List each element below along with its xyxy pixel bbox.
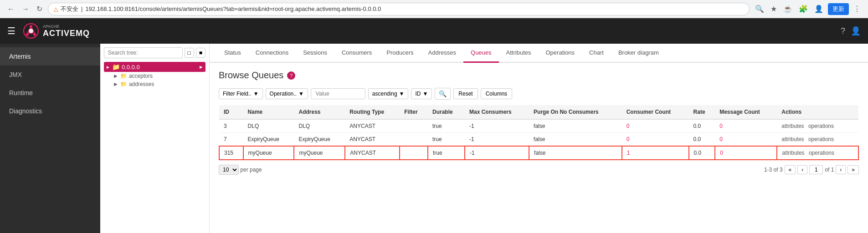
hamburger-icon[interactable]: ☰	[7, 25, 15, 36]
tree-child-arrow-icon: ►	[113, 73, 118, 79]
cell-address-2[interactable]: myQueue	[294, 146, 345, 160]
tab-operations[interactable]: Operations	[539, 44, 582, 63]
table-row: 3 DLQ DLQ ANYCAST true -1 false 0 0.0 0 …	[219, 119, 858, 133]
bookmark-btn[interactable]: ★	[769, 3, 779, 15]
cell-routing-type-1: ANYCAST	[345, 133, 400, 147]
per-page-select[interactable]: 10 25 50	[219, 165, 239, 175]
cell-consumer-count-2: 1	[622, 146, 689, 160]
filter-value-input[interactable]	[311, 88, 365, 99]
cell-address-0[interactable]: DLQ	[294, 119, 345, 133]
tab-attributes[interactable]: Attributes	[499, 44, 539, 63]
filter-field-label: Filter Field..	[223, 91, 252, 97]
tab-chart[interactable]: Chart	[582, 44, 611, 63]
tree-collapse-btn[interactable]: ■	[196, 48, 205, 58]
security-icon: △	[54, 6, 58, 12]
attributes-action-1[interactable]: attributes	[781, 136, 804, 142]
columns-btn[interactable]: Columns	[481, 88, 512, 99]
prev-page-btn[interactable]: ‹	[797, 165, 807, 174]
filter-field-dropdown[interactable]: Filter Field.. ▼	[219, 88, 263, 99]
tab-producers[interactable]: Producers	[379, 44, 421, 63]
cell-address-1[interactable]: ExpiryQueue	[294, 133, 345, 147]
reset-btn[interactable]: Reset	[453, 88, 478, 99]
tabs-bar: Status Connections Sessions Consumers Pr…	[210, 44, 868, 63]
svg-point-3	[26, 33, 29, 36]
user-avatar[interactable]: 👤	[851, 26, 861, 36]
id-label: ID	[415, 91, 421, 97]
col-header-address: Address	[294, 105, 345, 119]
tree-child-acceptors[interactable]: ► 📁 acceptors	[111, 72, 205, 80]
col-header-durable: Durable	[428, 105, 465, 119]
tree-root-node[interactable]: ► 📁 0.0.0.0 ►	[104, 62, 205, 72]
forward-btn[interactable]: →	[20, 3, 31, 15]
tree-child-addresses[interactable]: ► 📁 addresses	[111, 80, 205, 88]
address-bar[interactable]: △ 不安全 | 192.168.1.100:8161/console/artem…	[48, 3, 750, 15]
cell-consumer-count-0: 0	[622, 119, 689, 133]
content-area: Artemis JMX Runtime Diagnostics □ ■ ► 📁 …	[0, 44, 868, 233]
tab-consumers[interactable]: Consumers	[334, 44, 379, 63]
col-header-purge-on-no-consumers: Purge On No Consumers	[529, 105, 622, 119]
tab-sessions[interactable]: Sessions	[296, 44, 334, 63]
filter-operation-chevron-icon: ▼	[298, 91, 304, 97]
page-number-input[interactable]	[809, 165, 823, 174]
cell-name-2[interactable]: myQueue	[243, 146, 294, 160]
col-header-max-consumers: Max Consumers	[465, 105, 529, 119]
tab-connections[interactable]: Connections	[248, 44, 296, 63]
update-btn[interactable]: 更新	[828, 3, 849, 15]
of-pages-label: of 1	[825, 167, 834, 173]
filter-operation-label: Operation..	[270, 91, 297, 97]
folder-child-icon: 📁	[120, 73, 127, 79]
search-btn[interactable]: 🔍	[435, 88, 451, 100]
sort-order-dropdown[interactable]: ascending ▼	[368, 88, 409, 99]
filter-bar: Filter Field.. ▼ Operation.. ▼ ascending…	[219, 88, 859, 100]
filter-operation-dropdown[interactable]: Operation.. ▼	[266, 88, 308, 99]
help-icon[interactable]: ?	[841, 26, 845, 36]
main-content: Status Connections Sessions Consumers Pr…	[210, 44, 868, 233]
cell-rate-0: 0.0	[689, 119, 715, 133]
profile-btn[interactable]: 👤	[812, 3, 825, 15]
tree-search-input[interactable]	[104, 47, 183, 58]
cell-name-0[interactable]: DLQ	[243, 119, 294, 133]
col-header-id: ID	[219, 105, 243, 119]
table-row: 7 ExpiryQueue ExpiryQueue ANYCAST true -…	[219, 133, 858, 147]
apache-label: APACHE	[43, 24, 90, 29]
search-browser-btn[interactable]: 🔍	[753, 3, 766, 15]
last-page-btn[interactable]: »	[847, 165, 859, 174]
first-page-btn[interactable]: «	[785, 165, 796, 174]
tab-status[interactable]: Status	[217, 44, 248, 63]
pagination-controls: 1-3 of 3 « ‹ of 1 › »	[764, 165, 859, 174]
tree-children: ► 📁 acceptors ► 📁 addresses	[104, 72, 205, 88]
operations-action-0[interactable]: operations	[808, 123, 834, 129]
tree-child-arrow2-icon: ►	[113, 81, 118, 87]
tab-addresses[interactable]: Addresses	[421, 44, 463, 63]
reload-btn[interactable]: ↻	[35, 3, 44, 15]
folder-child2-icon: 📁	[120, 81, 127, 87]
back-btn[interactable]: ←	[5, 3, 16, 15]
puzzle-btn[interactable]: 🧩	[797, 3, 810, 15]
help-circle-icon[interactable]: ?	[287, 71, 295, 80]
extension-btn[interactable]: ☕	[781, 3, 794, 15]
app-container: ☰ APACHE ACTIVEMQ ? 👤 Artemis JMX	[0, 18, 868, 233]
sidebar-item-diagnostics[interactable]: Diagnostics	[0, 102, 100, 120]
tab-queues[interactable]: Queues	[463, 44, 499, 63]
attributes-action-0[interactable]: attributes	[781, 123, 804, 129]
cell-max-consumers-2: -1	[465, 146, 529, 160]
tab-broker-diagram[interactable]: Broker diagram	[611, 44, 666, 63]
attributes-action-2[interactable]: attributes	[782, 150, 804, 156]
menu-btn[interactable]: ⋮	[852, 3, 863, 15]
next-page-btn[interactable]: ›	[836, 165, 846, 174]
svg-point-5	[30, 25, 32, 28]
id-dropdown[interactable]: ID ▼	[411, 88, 432, 99]
col-header-name: Name	[243, 105, 294, 119]
tree-root-label: 0.0.0.0	[122, 64, 140, 71]
sidebar-item-artemis[interactable]: Artemis	[0, 47, 100, 66]
operations-action-2[interactable]: operations	[809, 150, 834, 156]
tree-child-addresses-label: addresses	[129, 81, 154, 87]
cell-name-1[interactable]: ExpiryQueue	[243, 133, 294, 147]
security-label: 不安全	[61, 5, 78, 13]
svg-point-4	[33, 33, 36, 36]
cell-purge-0: false	[529, 119, 622, 133]
operations-action-1[interactable]: operations	[808, 136, 834, 142]
sidebar-item-runtime[interactable]: Runtime	[0, 84, 100, 102]
tree-expand-btn[interactable]: □	[185, 48, 194, 58]
sidebar-item-jmx[interactable]: JMX	[0, 66, 100, 84]
